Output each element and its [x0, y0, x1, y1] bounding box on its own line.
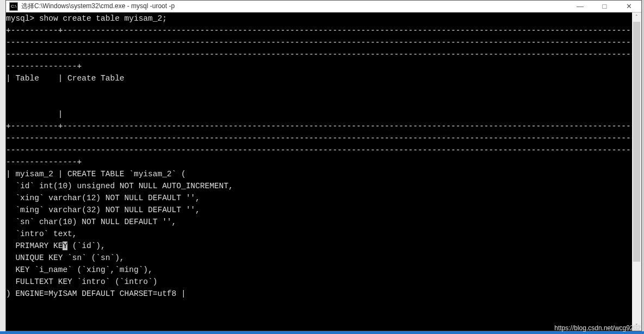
sep-line: ----------------------------------------… — [6, 134, 632, 143]
sep-line: ----------------------------------------… — [6, 38, 632, 47]
terminal[interactable]: mysql> show create table myisam_2; +----… — [6, 13, 632, 331]
scroll-track[interactable] — [632, 22, 641, 321]
sql-line: KEY `i_name` (`xing`,`ming`), — [6, 265, 153, 274]
sql-line: `ming` varchar(32) NOT NULL DEFAULT '', — [6, 206, 200, 214]
sep-line: ----------------------------------------… — [6, 50, 632, 59]
sql-line: ) ENGINE=MyISAM DEFAULT CHARSET=utf8 | — [6, 289, 186, 298]
sql-line-part: PRIMARY KE — [6, 242, 63, 250]
maximize-button[interactable]: □ — [592, 1, 617, 12]
sql-line: `id` int(10) unsigned NOT NULL AUTO_INCR… — [6, 182, 233, 190]
vertical-scrollbar[interactable]: ˄ ˅ — [632, 13, 641, 331]
client-area: mysql> show create table myisam_2; +----… — [6, 13, 641, 331]
minimize-button[interactable]: — — [568, 1, 592, 12]
sql-line: UNIQUE KEY `sn` (`sn`), — [6, 253, 125, 262]
titlebar[interactable]: C:\ 选择C:\Windows\system32\cmd.exe - mysq… — [6, 1, 641, 13]
sep-line: ---------------+ — [6, 62, 82, 71]
terminal-content: mysql> show create table myisam_2; +----… — [6, 13, 632, 300]
window-controls: — □ ✕ — [568, 1, 641, 12]
watermark: https://blog.csdn.net/wcg9202 — [554, 324, 641, 332]
taskbar-strip — [0, 331, 644, 334]
scroll-up-button[interactable]: ˄ — [632, 13, 641, 22]
cursor-selection: Y — [63, 242, 67, 250]
scroll-thumb[interactable] — [633, 22, 640, 262]
sql-line: FULLTEXT KEY `intro` (`intro`) — [6, 277, 157, 286]
header-line: | Table | Create Table — [6, 74, 125, 83]
prompt-line: mysql> show create table myisam_2; — [6, 14, 167, 23]
sep-line: ----------------------------------------… — [6, 146, 632, 154]
sep-line: +----------+----------------------------… — [6, 122, 632, 131]
sql-line-part: (`id`), — [67, 242, 106, 250]
sql-line: `xing` varchar(12) NOT NULL DEFAULT '', — [6, 194, 200, 202]
sql-line: `intro` text, — [6, 230, 77, 238]
sql-line: `sn` char(10) NOT NULL DEFAULT '', — [6, 218, 176, 226]
sep-line: +----------+----------------------------… — [6, 26, 632, 35]
window-title: 选择C:\Windows\system32\cmd.exe - mysql -u… — [21, 2, 568, 11]
sep-line: ---------------+ — [6, 158, 82, 166]
background-strip — [0, 0, 5, 334]
blank-pipe: | — [6, 110, 63, 119]
cmd-window: C:\ 选择C:\Windows\system32\cmd.exe - mysq… — [5, 0, 642, 331]
close-button[interactable]: ✕ — [617, 1, 641, 12]
cmd-icon: C:\ — [9, 2, 18, 11]
sql-line: | myisam_2 | CREATE TABLE `myisam_2` ( — [6, 170, 186, 178]
